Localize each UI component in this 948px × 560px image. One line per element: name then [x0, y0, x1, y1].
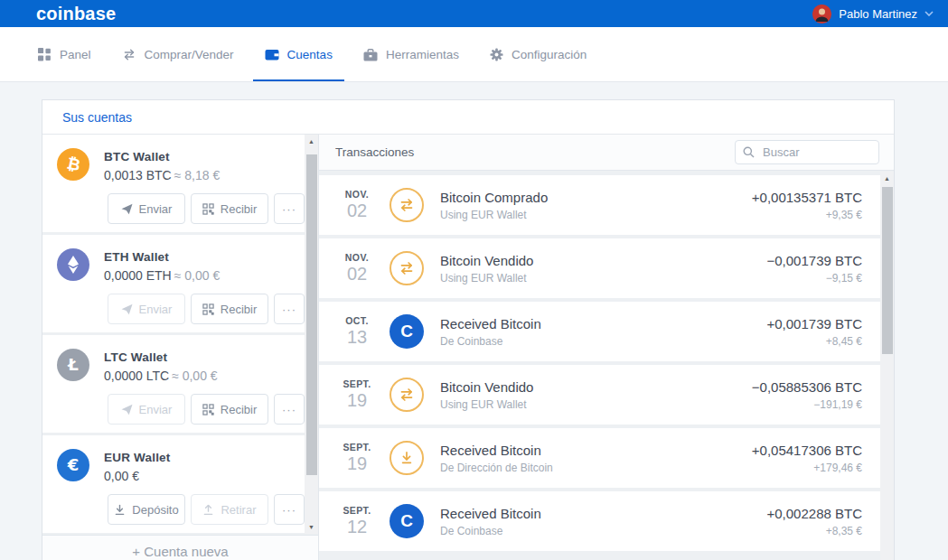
- transaction-month: SEPT.: [332, 505, 382, 516]
- gear-icon: [490, 48, 503, 61]
- wallet-balance: 0,00 €: [104, 469, 171, 483]
- new-account-button[interactable]: + Cuenta nueva: [42, 535, 318, 560]
- main-nav: Panel Comprar/Vender Cuentas Herramienta…: [0, 27, 948, 82]
- transaction-row[interactable]: NOV. 02 Bitcoin Comprado Using EUR Walle…: [319, 175, 880, 235]
- coinbase-icon: C: [390, 314, 424, 349]
- transaction-amount: +0,001739 BTC: [767, 316, 863, 331]
- avatar-photo: [812, 5, 831, 23]
- user-menu[interactable]: Pablo Martinez: [812, 5, 934, 23]
- transaction-day: 02: [332, 264, 382, 285]
- transaction-fiat: +8,45 €: [767, 335, 863, 348]
- user-avatar[interactable]: [812, 5, 831, 23]
- bitcoin-icon: ₿: [57, 148, 89, 181]
- deposit-button[interactable]: Depósito: [108, 494, 185, 525]
- wallet-balance: 0,0000 LTC≈ 0,00 €: [104, 369, 218, 383]
- transaction-fiat: +9,35 €: [752, 209, 862, 221]
- deposit-icon: [114, 504, 126, 516]
- receive-icon: [390, 441, 424, 475]
- transaction-amount: +0,00135371 BTC: [752, 190, 862, 205]
- transaction-row[interactable]: SEPT. 19 Bitcoin Vendido Using EUR Walle…: [319, 365, 880, 425]
- receive-button[interactable]: Recibir: [191, 294, 268, 324]
- wallet-item-btc[interactable]: ₿ BTC Wallet 0,0013 BTC≈ 8,18 €: [42, 135, 318, 232]
- wallet-name: LTC Wallet: [104, 350, 218, 364]
- transaction-day: 19: [332, 453, 382, 474]
- wallet-list: ₿ BTC Wallet 0,0013 BTC≈ 8,18 €: [42, 135, 318, 535]
- wallets-scrollbar[interactable]: ▲ ▼: [305, 135, 318, 534]
- more-button[interactable]: ···: [274, 394, 305, 425]
- scroll-up-arrow[interactable]: ▲: [880, 172, 894, 185]
- transaction-day: 02: [332, 201, 382, 221]
- transaction-month: NOV.: [332, 252, 382, 263]
- transaction-row[interactable]: OCT. 13 C Received Bitcoin De Coinbase +…: [319, 302, 880, 361]
- transaction-subtitle: De Coinbase: [440, 525, 541, 537]
- wallet-item-eur[interactable]: € EUR Wallet 0,00 €: [42, 435, 318, 533]
- receive-button[interactable]: Recibir: [191, 193, 268, 224]
- swap-icon: [390, 188, 424, 222]
- send-button[interactable]: Enviar: [108, 193, 185, 224]
- transaction-amount: +0,05417306 BTC: [752, 443, 862, 458]
- wallet-item-ltc[interactable]: Ł LTC Wallet 0,0000 LTC≈ 0,00 €: [42, 335, 318, 433]
- search-input[interactable]: [735, 140, 879, 164]
- send-icon: [121, 404, 133, 415]
- chevron-down-icon: [925, 11, 934, 16]
- transaction-day: 13: [332, 327, 382, 348]
- transaction-title: Bitcoin Comprado: [440, 190, 548, 205]
- coinbase-icon: C: [390, 504, 424, 538]
- send-button[interactable]: Enviar: [108, 394, 185, 425]
- transaction-subtitle: De Coinbase: [440, 335, 541, 348]
- ethereum-icon: [57, 248, 89, 281]
- tab-cuentas[interactable]: Cuentas: [253, 27, 344, 81]
- wallet-item-eth[interactable]: ETH Wallet 0,0000 ETH≈ 0,00 € Enviar: [42, 235, 318, 332]
- transaction-month: SEPT.: [332, 378, 382, 389]
- transaction-title: Received Bitcoin: [440, 443, 553, 458]
- transaction-subtitle: Using EUR Wallet: [440, 272, 533, 285]
- transaction-month: NOV.: [332, 189, 382, 200]
- transaction-amount: −0,05885306 BTC: [752, 379, 862, 395]
- tab-panel[interactable]: Panel: [38, 27, 103, 81]
- withdraw-button[interactable]: Retirar: [191, 494, 268, 525]
- swap-icon: [122, 48, 136, 61]
- qr-icon: [202, 303, 214, 315]
- page-title: Sus cuentas: [62, 110, 132, 125]
- top-bar: coinbase Pablo Martinez: [0, 0, 948, 27]
- page-content: Sus cuentas ₿ BTC Wallet 0,00: [0, 82, 948, 560]
- transaction-title: Bitcoin Vendido: [440, 253, 533, 268]
- transaction-row[interactable]: NOV. 02 Bitcoin Vendido Using EUR Wallet: [319, 238, 880, 298]
- more-button[interactable]: ···: [274, 294, 305, 324]
- transaction-fiat: +179,46 €: [752, 462, 862, 474]
- more-button[interactable]: ···: [274, 494, 305, 525]
- tab-configuracion[interactable]: Configuración: [478, 27, 598, 81]
- send-icon: [121, 203, 133, 215]
- transactions-panel: Transacciones NOV. 02: [319, 135, 894, 560]
- scroll-down-arrow[interactable]: ▼: [305, 520, 318, 534]
- transactions-scrollbar[interactable]: ▲: [880, 172, 894, 560]
- more-button[interactable]: ···: [274, 193, 305, 224]
- wallets-panel: ₿ BTC Wallet 0,0013 BTC≈ 8,18 €: [42, 135, 319, 560]
- transaction-month: SEPT.: [332, 442, 382, 453]
- transaction-day: 19: [332, 390, 382, 411]
- receive-button[interactable]: Recibir: [191, 394, 268, 425]
- transaction-month: OCT.: [332, 315, 382, 326]
- transaction-row[interactable]: SEPT. 19 Received Bitcoin De Dirección d…: [319, 428, 880, 488]
- transaction-title: Received Bitcoin: [440, 316, 541, 331]
- transaction-day: 12: [332, 517, 382, 537]
- scroll-up-arrow[interactable]: ▲: [305, 135, 318, 148]
- euro-icon: €: [57, 449, 89, 481]
- tab-herramientas[interactable]: Herramientas: [352, 27, 471, 81]
- qr-icon: [202, 203, 214, 215]
- dashboard-icon: [38, 48, 52, 61]
- scrollbar-thumb[interactable]: [306, 154, 317, 475]
- tab-comprar-vender[interactable]: Comprar/Vender: [110, 27, 246, 81]
- scrollbar-thumb[interactable]: [882, 187, 893, 354]
- send-icon: [121, 303, 133, 315]
- transactions-title: Transacciones: [335, 145, 414, 159]
- transaction-subtitle: Using EUR Wallet: [440, 398, 533, 411]
- wallet-balance: 0,0013 BTC≈ 8,18 €: [104, 168, 220, 182]
- transaction-subtitle: Using EUR Wallet: [440, 209, 548, 221]
- send-button[interactable]: Enviar: [108, 294, 185, 324]
- qr-icon: [202, 404, 214, 415]
- wallet-name: EUR Wallet: [104, 451, 171, 464]
- litecoin-icon: Ł: [57, 349, 89, 381]
- transaction-row[interactable]: SEPT. 12 C Received Bitcoin De Coinbase …: [319, 491, 880, 551]
- coinbase-logo[interactable]: coinbase: [36, 5, 116, 23]
